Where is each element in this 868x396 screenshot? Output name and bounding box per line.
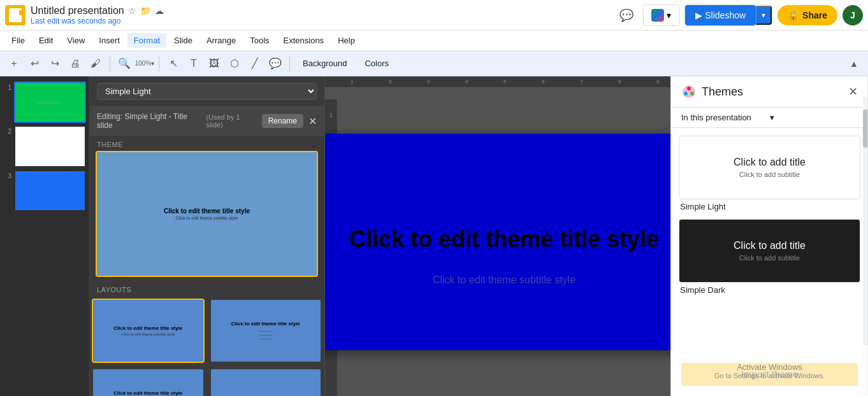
comment-add-button[interactable]: 💬 [266, 55, 284, 73]
zoom-in-button[interactable]: 100%▾ [136, 55, 154, 73]
menu-slide[interactable]: Slide [168, 33, 199, 48]
theme-section-label: THEME [89, 136, 324, 151]
svg-point-1 [687, 87, 691, 90]
canvas-subtitle[interactable]: Click to edit theme subtitle style [354, 274, 655, 286]
cloud-icon[interactable]: ☁ [155, 6, 164, 16]
menu-arrange[interactable]: Arrange [200, 33, 242, 48]
theme-card-simple-light[interactable]: Click to add title Click to add subtitle… [679, 136, 860, 211]
last-edit: Last edit was seconds ago [31, 17, 610, 25]
layout-3-title: Click to edit theme title style [113, 390, 182, 396]
meet-label: ▾ [667, 10, 671, 20]
layout-item-1[interactable]: Click to edit theme title style Click to… [92, 299, 205, 363]
layout-item-2[interactable]: Click to edit theme title style ────────… [210, 299, 322, 363]
shape-button[interactable]: ⬡ [226, 55, 243, 73]
image-button[interactable]: 🖼 [205, 55, 223, 73]
theme-preview-sub: Click to edit theme subtitle style [175, 216, 238, 220]
slide-thumb-1[interactable]: Simple Slide Doc... [14, 81, 86, 123]
ruler-horizontal: 1 2 3 4 5 6 7 8 9 [325, 76, 670, 88]
meet-icon [651, 9, 664, 22]
theme-editor-panel: Simple Light Editing: Simple Light - Tit… [89, 76, 325, 396]
comment-icon[interactable]: 💬 [615, 4, 638, 27]
background-button[interactable]: Background [295, 56, 354, 71]
theme-name-select[interactable]: Simple Light [97, 83, 317, 100]
redo-button[interactable]: ↪ [46, 55, 64, 73]
undo-button[interactable]: ↩ [25, 55, 43, 73]
svg-point-2 [684, 92, 688, 95]
line-button[interactable]: ╱ [246, 55, 264, 73]
simple-light-sub: Click to add subtitle [739, 171, 800, 178]
simple-dark-sub: Click to add subtitle [739, 254, 800, 262]
folder-icon[interactable]: 📁 [140, 6, 151, 16]
simple-dark-title: Click to add title [734, 240, 806, 251]
themes-panel-header: Themes ✕ [671, 76, 868, 108]
menu-format[interactable]: Format [127, 33, 166, 48]
add-button[interactable]: + [5, 55, 23, 73]
menu-tools[interactable]: Tools [243, 33, 275, 48]
top-right-buttons: 💬 ▾ ▶ Slideshow ▾ 🔒 Share J [615, 4, 863, 27]
textbox-button[interactable]: T [185, 55, 203, 73]
slide-item-1[interactable]: 1 Simple Slide Doc... [3, 81, 86, 123]
user-avatar[interactable]: J [843, 5, 863, 25]
toolbar-divider-2 [159, 56, 159, 71]
lock-icon: 🔒 [788, 10, 799, 20]
theme-card-simple-dark[interactable]: Click to add title Click to add subtitle… [679, 219, 860, 295]
theme-preview-title: Click to edit theme title style [164, 208, 250, 215]
in-presentation-row[interactable]: In this presentation ▾ [671, 108, 868, 128]
toolbar-divider-1 [110, 56, 110, 71]
star-icon[interactable]: ☆ [128, 6, 136, 16]
slide-num-2: 2 [3, 128, 11, 135]
paint-format-button[interactable]: 🖌 [87, 55, 105, 73]
share-button[interactable]: 🔒 Share [778, 5, 837, 25]
colors-button[interactable]: Colors [357, 56, 396, 71]
layout-1-title: Click to edit theme title style [113, 325, 182, 331]
canvas-scroll[interactable]: Click to edit theme title style Click to… [325, 88, 670, 396]
print-button[interactable]: 🖨 [66, 55, 84, 73]
collapse-toolbar-button[interactable]: ▲ [845, 55, 863, 73]
themes-panel: Themes ✕ In this presentation ▾ Click to… [670, 76, 868, 396]
slide-thumb-2[interactable] [14, 125, 86, 167]
main-layout: 1 Simple Slide Doc... 2 3 [0, 76, 868, 396]
themes-scroll: Click to add title Click to add subtitle… [671, 128, 868, 358]
simple-dark-label: Simple Dark [679, 285, 860, 295]
simple-dark-preview: Click to add title Click to add subtitle [679, 219, 860, 283]
chevron-down-icon: ▾ [770, 113, 858, 122]
slide-canvas[interactable]: Click to edit theme title style Click to… [325, 134, 670, 350]
slideshow-dropdown[interactable]: ▾ [756, 6, 772, 25]
slideshow-button[interactable]: ▶ Slideshow [685, 5, 756, 25]
menu-extensions[interactable]: Extensions [277, 33, 331, 48]
layout-1-sub: Click to edit theme subtitle style [121, 332, 175, 336]
zoom-out-button[interactable]: 🔍 [115, 55, 133, 73]
toolbar-right: ▲ [845, 55, 863, 73]
slide-num-3: 3 [3, 173, 11, 180]
menu-bar: File Edit View Insert Format Slide Arran… [0, 31, 868, 51]
slide-item-3[interactable]: 3 [3, 170, 86, 211]
simple-light-title: Click to add title [734, 157, 806, 168]
toolbar: + ↩ ↪ 🖨 🖌 🔍 100%▾ ↖ T 🖼 ⬡ ╱ 💬 Background… [0, 51, 868, 76]
meet-button[interactable]: ▾ [643, 4, 679, 26]
simple-light-label: Simple Light [679, 202, 860, 211]
layouts-grid: Click to edit theme title style Click to… [89, 296, 324, 396]
doc-title[interactable]: Untitled presentation [31, 5, 124, 17]
theme-preview-item[interactable]: Click to edit theme title style Click to… [96, 151, 318, 277]
menu-file[interactable]: File [5, 33, 31, 48]
simple-light-preview: Click to add title Click to add subtitle [679, 136, 860, 199]
slide-item-2[interactable]: 2 [3, 125, 86, 167]
close-editor-button[interactable]: ✕ [308, 115, 317, 127]
layouts-section-label: LAYOUTS [89, 281, 324, 296]
rename-button[interactable]: Rename [262, 114, 303, 128]
in-presentation-label: In this presentation [681, 113, 770, 122]
menu-insert[interactable]: Insert [92, 33, 126, 48]
menu-edit[interactable]: Edit [33, 33, 59, 48]
toolbar-divider-3 [289, 56, 290, 71]
layout-item-4[interactable]: Click to edit theme title style [210, 368, 322, 396]
themes-close-button[interactable]: ✕ [848, 85, 858, 99]
menu-view[interactable]: View [61, 33, 91, 48]
activate-overlay: Activate Windows Go to Settings to activ… [671, 345, 868, 358]
menu-help[interactable]: Help [331, 33, 361, 48]
cursor-button[interactable]: ↖ [164, 55, 182, 73]
canvas-main-title[interactable]: Click to edit theme title style [335, 226, 671, 253]
slide-thumb-3[interactable] [14, 170, 86, 211]
layout-2-sub: ────────────────── [259, 329, 272, 341]
layout-item-3[interactable]: Click to edit theme title style ────────… [92, 368, 205, 396]
slide-1-text: Simple Slide Doc... [36, 101, 63, 104]
